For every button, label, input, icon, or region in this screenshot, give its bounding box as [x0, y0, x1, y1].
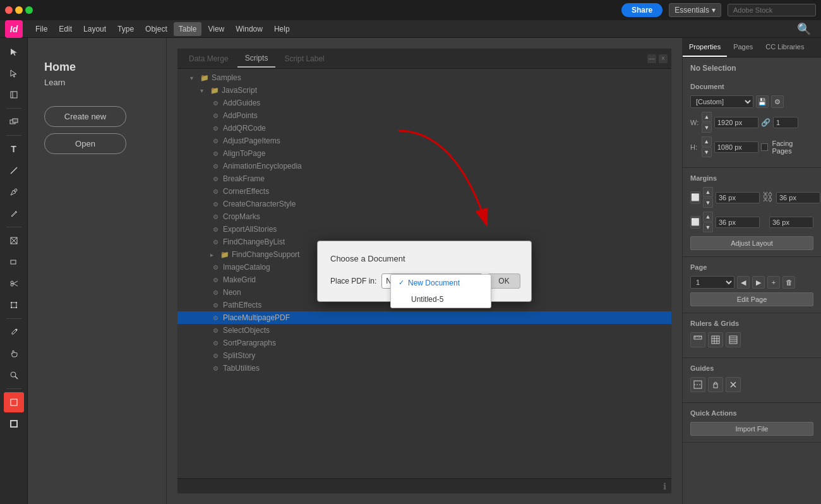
margin-top-input[interactable]	[716, 192, 760, 203]
document-grid-button[interactable]	[708, 332, 723, 347]
width-down-button[interactable]: ▼	[702, 123, 712, 133]
dialog-title: Choose a Document	[330, 254, 518, 263]
page-next-button[interactable]: ▶	[752, 276, 765, 289]
rectangle-tool[interactable]	[4, 252, 24, 272]
tab-cc-libraries[interactable]: CC Libraries	[759, 38, 810, 57]
document-setup-button[interactable]: ⚙	[771, 95, 784, 108]
margin-left-input[interactable]	[769, 217, 813, 228]
margin-top-icon: ⬜	[690, 191, 700, 204]
menu-window[interactable]: Window	[231, 22, 268, 36]
svg-point-20	[11, 372, 16, 377]
fill-color-tool[interactable]	[4, 392, 24, 412]
width-stepper[interactable]: ▲ ▼	[702, 112, 712, 133]
window-controls[interactable]	[5, 6, 33, 14]
minimize-window-button[interactable]	[15, 6, 23, 14]
height-stepper[interactable]: ▲ ▼	[702, 136, 712, 157]
title-bar: Share Essentials ▾	[0, 0, 821, 20]
import-file-button[interactable]: Import File	[690, 422, 813, 436]
scissors-tool[interactable]	[4, 273, 24, 294]
menu-type[interactable]: Type	[112, 22, 139, 36]
share-button[interactable]: Share	[621, 3, 662, 17]
margin-bottom-down[interactable]: ▼	[703, 222, 713, 232]
menu-view[interactable]: View	[203, 22, 229, 36]
stroke-color-tool[interactable]	[4, 414, 24, 434]
show-guides-button[interactable]	[690, 377, 705, 392]
adjust-layout-button[interactable]: Adjust Layout	[690, 236, 813, 250]
page-prev-button[interactable]: ◀	[737, 276, 750, 289]
edit-page-button[interactable]: Edit Page	[690, 292, 813, 306]
page-delete-button[interactable]: 🗑	[782, 276, 795, 289]
open-button[interactable]: Open	[44, 133, 126, 154]
menu-table[interactable]: Table	[174, 22, 202, 36]
height-down-button[interactable]: ▼	[702, 147, 712, 157]
dropdown-document-menu: ✓ New Document Untitled-5	[390, 274, 491, 308]
dropdown-option-new-document[interactable]: ✓ New Document	[391, 275, 491, 291]
margin-top-up[interactable]: ▲	[703, 187, 713, 197]
close-window-button[interactable]	[5, 6, 13, 14]
lock-guides-button[interactable]	[708, 377, 723, 392]
dialog-ok-button[interactable]: OK	[488, 273, 520, 289]
pen-tool[interactable]	[4, 182, 24, 202]
maximize-window-button[interactable]	[25, 6, 33, 14]
tab-properties[interactable]: Properties	[683, 38, 727, 57]
create-new-button[interactable]: Create new	[44, 106, 126, 127]
free-transform-tool[interactable]	[4, 295, 24, 315]
preset-select[interactable]: [Custom]	[690, 95, 753, 108]
rectangle-frame-tool[interactable]	[4, 231, 24, 251]
margin-top-down[interactable]: ▼	[703, 198, 713, 208]
margin-top-stepper[interactable]: ▲ ▼	[703, 187, 713, 208]
save-preset-button[interactable]: 💾	[756, 95, 769, 108]
dropdown-option-untitled5[interactable]: Untitled-5	[391, 291, 491, 308]
toolbar-separator-3	[6, 227, 21, 227]
direct-select-tool[interactable]	[4, 63, 24, 83]
content-collector-tool[interactable]	[4, 112, 24, 132]
toolbar-separator-2	[6, 135, 21, 136]
page-tool[interactable]	[4, 85, 24, 105]
type-tool[interactable]: T	[4, 139, 24, 159]
selection-tool[interactable]	[4, 42, 24, 62]
svg-line-13	[13, 284, 18, 286]
hand-tool[interactable]	[4, 344, 24, 364]
margin-bottom-stepper[interactable]: ▲ ▼	[703, 212, 713, 232]
app-logo: Id	[5, 20, 23, 38]
margin-bottom-input[interactable]	[716, 217, 760, 228]
eyedropper-tool[interactable]	[4, 322, 24, 342]
svg-rect-18	[16, 307, 17, 308]
svg-rect-14	[11, 303, 16, 308]
menu-layout[interactable]: Layout	[78, 22, 111, 36]
width-up-button[interactable]: ▲	[702, 112, 712, 122]
pages-input[interactable]	[773, 117, 798, 128]
menu-file[interactable]: File	[30, 22, 52, 36]
search-icon[interactable]: 🔍	[797, 22, 811, 36]
svg-line-4	[11, 167, 17, 174]
margin-bottom-up[interactable]: ▲	[703, 212, 713, 222]
red-arrow	[380, 124, 506, 251]
delete-guides-button[interactable]	[726, 377, 741, 392]
height-input[interactable]	[714, 141, 758, 153]
quick-actions-title: Quick Actions	[690, 409, 813, 417]
svg-point-5	[15, 189, 17, 191]
facing-pages-checkbox[interactable]	[761, 143, 769, 151]
stock-search-input[interactable]	[728, 4, 816, 16]
essentials-dropdown[interactable]: Essentials ▾	[669, 3, 721, 17]
guides-section-title: Guides	[690, 364, 813, 372]
baseline-grid-button[interactable]	[726, 332, 741, 347]
page-number-select[interactable]: 1	[690, 276, 734, 289]
rulers-section-title: Rulers & Grids	[690, 320, 813, 327]
margin-right-input[interactable]	[776, 192, 820, 203]
menu-help[interactable]: Help	[269, 22, 295, 36]
svg-point-11	[11, 284, 13, 286]
rulers-button[interactable]	[690, 332, 705, 347]
tab-pages[interactable]: Pages	[727, 38, 759, 57]
line-tool[interactable]	[4, 160, 24, 181]
learn-link[interactable]: Learn	[44, 78, 65, 87]
page-add-button[interactable]: +	[767, 276, 780, 289]
toolbar-separator-4	[6, 318, 21, 319]
zoom-tool[interactable]	[4, 365, 24, 385]
height-up-button[interactable]: ▲	[702, 136, 712, 147]
menu-object[interactable]: Object	[140, 22, 172, 36]
menu-edit[interactable]: Edit	[54, 22, 77, 36]
toolbar-separator-5	[6, 388, 21, 389]
pencil-tool[interactable]	[4, 203, 24, 224]
width-input[interactable]	[714, 117, 758, 128]
